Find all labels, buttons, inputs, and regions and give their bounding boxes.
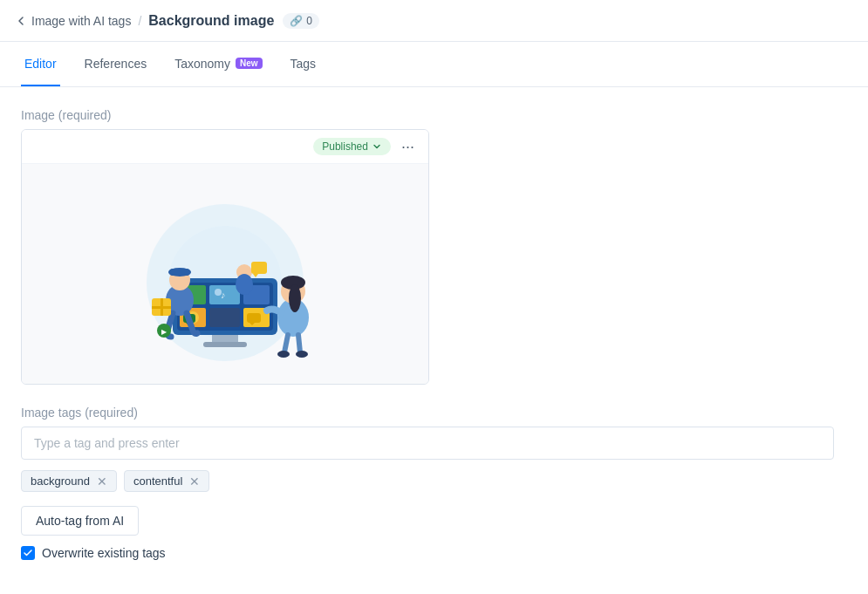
tag-chip-contentful: contentful ✕: [124, 470, 209, 492]
tags-section: Image tags (required) background ✕ conte…: [21, 406, 834, 560]
svg-point-26: [296, 351, 308, 358]
svg-point-37: [236, 274, 253, 295]
svg-point-24: [289, 284, 301, 312]
tab-references[interactable]: References: [81, 42, 151, 86]
link-count: 0: [306, 15, 312, 27]
overwrite-label: Overwrite existing tags: [42, 546, 166, 560]
chevron-down-icon: [372, 141, 382, 152]
checkmark-icon: [24, 550, 32, 556]
tabs-nav: Editor References Taxonomy New Tags: [0, 42, 868, 87]
svg-rect-30: [169, 269, 190, 276]
published-label: Published: [322, 140, 368, 153]
tab-tags[interactable]: Tags: [287, 42, 320, 86]
more-options-button[interactable]: ···: [398, 137, 418, 156]
svg-point-25: [277, 351, 290, 358]
image-field-label: Image (required): [21, 108, 834, 122]
remove-tag-background[interactable]: ✕: [97, 475, 107, 488]
image-card: Published ···: [21, 129, 429, 385]
svg-rect-18: [247, 313, 261, 323]
svg-rect-12: [209, 308, 240, 327]
tag-chip-background: background ✕: [21, 470, 117, 492]
published-badge[interactable]: Published: [313, 138, 391, 155]
back-link[interactable]: Image with AI tags: [14, 14, 131, 28]
tags-field-label: Image tags (required): [21, 406, 834, 420]
tag-value: contentful: [133, 475, 182, 488]
overwrite-checkbox[interactable]: [21, 546, 35, 560]
tag-value: background: [31, 475, 90, 488]
tab-taxonomy[interactable]: Taxonomy New: [171, 42, 265, 86]
back-arrow-icon: [14, 14, 28, 28]
back-label: Image with AI tags: [31, 14, 131, 28]
overwrite-checkbox-row: Overwrite existing tags: [21, 546, 834, 560]
page-title: Background image: [148, 13, 274, 29]
svg-text:♪: ♪: [221, 290, 226, 300]
image-card-header: Published ···: [22, 130, 428, 164]
link-badge[interactable]: 🔗 0: [283, 13, 319, 29]
svg-text:▶: ▶: [161, 328, 167, 336]
breadcrumb-separator: /: [138, 14, 141, 28]
link-icon: 🔗: [290, 15, 303, 27]
main-content: Image (required) Published ···: [0, 87, 855, 581]
tags-list: background ✕ contentful ✕: [21, 470, 834, 492]
svg-rect-33: [152, 306, 171, 309]
tab-editor[interactable]: Editor: [21, 42, 60, 86]
remove-tag-contentful[interactable]: ✕: [189, 475, 200, 488]
svg-rect-3: [203, 342, 247, 347]
image-preview-area: ♪ ✓: [22, 164, 428, 384]
illustration: ♪ ✓: [103, 178, 347, 370]
svg-rect-38: [251, 262, 267, 274]
tag-input[interactable]: [21, 427, 834, 460]
new-badge: New: [236, 58, 263, 69]
topbar: Image with AI tags / Background image 🔗 …: [0, 0, 868, 42]
auto-tag-button[interactable]: Auto-tag from AI: [21, 506, 139, 536]
